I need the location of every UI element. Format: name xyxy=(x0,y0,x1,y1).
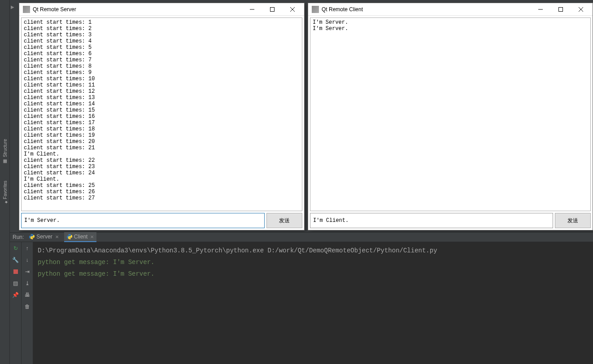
star-icon xyxy=(2,201,8,204)
close-button[interactable] xyxy=(282,3,302,16)
server-message-input[interactable] xyxy=(21,213,265,228)
svg-line-3 xyxy=(290,7,295,12)
python-icon xyxy=(67,234,72,239)
run-tab-server[interactable]: Server ✕ xyxy=(26,232,61,242)
close-button[interactable] xyxy=(571,3,591,16)
structure-label: Structure xyxy=(3,139,8,157)
server-bottom-row: 发送 xyxy=(21,213,302,228)
close-tab-icon[interactable]: ✕ xyxy=(55,234,59,239)
client-client-area: I'm Server. I'm Server. 发送 xyxy=(308,16,593,230)
structure-icon: ▦ xyxy=(3,159,8,164)
client-window-title: Qt Remote Client xyxy=(322,6,530,13)
console-command-line: D:\ProgramData\Anaconda3\envs\Python3.8.… xyxy=(38,247,437,254)
client-log-textarea[interactable]: I'm Server. I'm Server. xyxy=(310,17,591,211)
maximize-button[interactable] xyxy=(262,3,282,16)
minimize-button[interactable] xyxy=(242,3,262,16)
client-send-button[interactable]: 发送 xyxy=(555,213,591,228)
down-arrow-icon[interactable]: ↓ xyxy=(23,256,32,264)
window-qt-remote-server: Qt Remote Server client start times: 1 c… xyxy=(19,3,305,230)
sidebar-tab-favorites[interactable]: Favorites xyxy=(0,178,10,207)
rerun-button[interactable]: ↻ xyxy=(11,244,20,253)
pin-icon[interactable]: 📌 xyxy=(11,290,20,299)
close-tab-icon[interactable]: ✕ xyxy=(90,234,94,239)
sidebar-tab-structure[interactable]: ▦ Structure xyxy=(0,136,10,167)
run-tab-client-label: Client xyxy=(74,234,88,240)
favorites-label: Favorites xyxy=(3,181,8,199)
window-qt-remote-client: Qt Remote Client I'm Server. I'm Server.… xyxy=(308,3,593,230)
python-icon xyxy=(29,234,35,239)
console-output-line: python get message: I'm Server. xyxy=(38,270,154,277)
server-send-button[interactable]: 发送 xyxy=(266,213,302,228)
project-collapse-arrow-icon[interactable]: ▶ xyxy=(11,4,14,9)
window-app-icon xyxy=(312,6,319,13)
up-arrow-icon[interactable]: ↑ xyxy=(23,244,32,253)
server-window-title: Qt Remote Server xyxy=(33,6,242,13)
console-output[interactable]: D:\ProgramData\Anaconda3\envs\Python3.8.… xyxy=(33,242,593,364)
window-app-icon xyxy=(23,6,30,13)
scroll-to-end-icon[interactable]: ⤓ xyxy=(23,279,32,288)
print-icon[interactable]: 🖶 xyxy=(23,290,32,299)
console-output-line: python get message: I'm Server. xyxy=(38,259,154,266)
client-bottom-row: 发送 xyxy=(310,213,591,228)
minimize-button[interactable] xyxy=(530,3,550,16)
server-titlebar[interactable]: Qt Remote Server xyxy=(19,3,304,16)
run-tool-window: Run: Server ✕ Client ✕ ↻ 🔧 ▤ 📌 ↑ ↓ ⇥ xyxy=(10,232,593,364)
stop-button[interactable] xyxy=(11,267,20,276)
maximize-button[interactable] xyxy=(550,3,571,16)
server-log-textarea[interactable]: client start times: 1 client start times… xyxy=(21,17,302,211)
run-gutter-right: ↑ ↓ ⇥ ⤓ 🖶 🗑 xyxy=(22,242,33,364)
svg-line-7 xyxy=(579,7,583,12)
svg-rect-1 xyxy=(270,7,274,11)
trash-icon[interactable]: 🗑 xyxy=(23,302,32,311)
svg-rect-5 xyxy=(558,7,562,11)
server-client-area: client start times: 1 client start times… xyxy=(19,16,304,230)
client-message-input[interactable] xyxy=(310,213,553,228)
run-label: Run: xyxy=(13,234,24,240)
soft-wrap-icon[interactable]: ⇥ xyxy=(23,267,32,276)
svg-line-6 xyxy=(579,7,583,12)
run-panel-header: Run: Server ✕ Client ✕ xyxy=(10,232,593,242)
ide-left-rail: ▦ Structure Favorites xyxy=(0,0,10,364)
wrench-icon[interactable]: 🔧 xyxy=(11,256,20,264)
run-gutter-left: ↻ 🔧 ▤ 📌 xyxy=(10,242,22,364)
client-titlebar[interactable]: Qt Remote Client xyxy=(308,3,593,16)
layout-icon[interactable]: ▤ xyxy=(11,279,20,288)
run-tab-server-label: Server xyxy=(36,234,52,240)
svg-line-2 xyxy=(290,7,295,12)
run-panel-body: ↻ 🔧 ▤ 📌 ↑ ↓ ⇥ ⤓ 🖶 🗑 D:\ProgramData\Anaco… xyxy=(10,242,593,364)
run-tab-client[interactable]: Client ✕ xyxy=(64,232,97,242)
